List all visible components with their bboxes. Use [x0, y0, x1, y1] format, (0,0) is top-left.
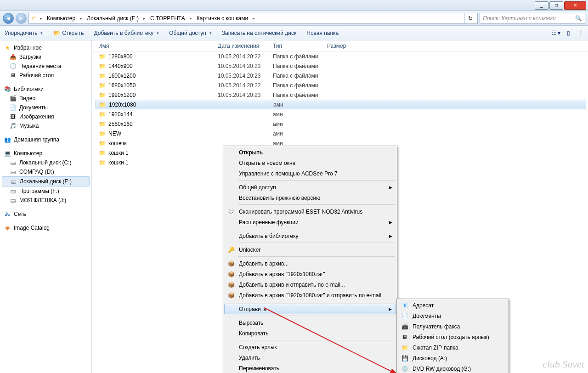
sidebar-computer[interactable]: 💻Компьютер — [0, 149, 91, 158]
context-menu-item[interactable]: Управление с помощью ACDSee Pro 7 — [224, 168, 396, 179]
document-icon: 📄 — [9, 104, 17, 111]
sidebar-network[interactable]: 🖧Сеть — [0, 209, 91, 219]
submenu-arrow-icon: ▶ — [389, 234, 392, 238]
column-size[interactable]: Размер — [327, 43, 364, 49]
library-icon: 📚 — [4, 85, 11, 93]
context-menu-item[interactable]: Общий доступ▶ — [224, 182, 396, 192]
sidebar-item-drive-j[interactable]: 🖴МОЯ ФЛЕШКА (J:) — [0, 196, 91, 205]
sidebar-item-music[interactable]: 🎵Музыка — [0, 121, 91, 130]
file-row[interactable]: 📁1600x120010.05.2014 20:23Папка с файлам… — [92, 71, 588, 80]
context-menu-item[interactable]: Восстановить прежнюю версию — [224, 192, 396, 203]
send-to-item[interactable]: 📄Документы — [398, 311, 508, 321]
sidebar-item-drive-c[interactable]: 🖴Локальный диск (C:) — [0, 158, 91, 167]
breadcrumb-segment[interactable]: С ТОРРЕНТА — [147, 13, 188, 23]
context-menu-item[interactable]: Создать ярлык — [224, 342, 396, 352]
file-row[interactable]: 📁1440x90010.05.2014 20:23Папка с файлами — [92, 61, 588, 71]
menu-item-icon: 💾 — [401, 354, 409, 362]
file-row[interactable]: 📁1920x1080ами — [96, 100, 586, 109]
help-button[interactable]: ❔ — [577, 30, 583, 36]
breadcrumb[interactable]: 🗀 ▸ Компьютер▸ Локальный диск (E:)▸ С ТО… — [28, 13, 478, 24]
forward-button[interactable]: ► — [16, 13, 27, 24]
view-button[interactable]: ☷ ▾ — [551, 30, 560, 36]
sidebar-item-drive-e[interactable]: 🖴Локальный диск (E:) — [2, 176, 90, 186]
new-folder-button[interactable]: Новая папка — [306, 30, 339, 36]
send-to-item[interactable]: 🖥Рабочий стол (создать ярлык) — [398, 332, 508, 342]
send-to-item[interactable]: 📠Получатель факса — [398, 321, 508, 332]
burn-button[interactable]: Записать на оптический диск — [222, 30, 297, 36]
sidebar-item-recent[interactable]: 🕑Недавние места — [0, 62, 91, 71]
menu-item-icon: 📦 — [227, 260, 235, 268]
preview-pane-button[interactable]: ▯ — [567, 30, 570, 36]
context-menu-item[interactable]: 📦Добавить в архив и отправить по e-mail.… — [224, 279, 396, 290]
breadcrumb-segment[interactable]: Компьютер — [44, 13, 78, 23]
close-button[interactable]: ✕ — [564, 1, 586, 10]
file-row[interactable]: 📁2560x160ами — [92, 119, 588, 129]
context-menu-item[interactable]: 🛡Сканировать программой ESET NOD32 Antiv… — [224, 206, 396, 217]
open-button[interactable]: 📂Открыть — [53, 29, 84, 37]
sidebar-homegroup[interactable]: 👥Домашняя группа — [0, 135, 91, 144]
breadcrumb-segment[interactable]: Картинки с кошками — [194, 13, 251, 23]
send-to-item[interactable]: 📧Адресат — [398, 300, 508, 311]
sidebar-libraries[interactable]: 📚Библиотеки — [0, 85, 91, 94]
sidebar-item-downloads[interactable]: 📥Загрузки — [0, 52, 91, 62]
search-icon: 🔍 — [575, 15, 582, 22]
back-button[interactable]: ◄ — [3, 13, 14, 24]
send-to-submenu: 📧Адресат📄Документы📠Получатель факса🖥Рабо… — [396, 299, 509, 373]
star-icon: ★ — [4, 44, 11, 51]
file-row[interactable]: 📁1920x120010.05.2014 20:23Папка с файлам… — [92, 90, 588, 100]
sidebar-item-drive-d[interactable]: 🖴COMPAQ (D:) — [0, 167, 91, 176]
context-menu-item[interactable]: 📦Добавить в архив... — [224, 258, 396, 269]
context-menu-item[interactable]: Переименовать — [224, 363, 396, 373]
send-to-item[interactable]: 📁Сжатая ZIP-папка — [398, 342, 508, 353]
send-to-item[interactable]: 💿DVD RW дисковод (G:) — [398, 363, 508, 373]
context-menu-item[interactable]: 📦Добавить в архив "1920x1080.rar" — [224, 269, 396, 279]
folder-icon: 📁 — [98, 149, 106, 157]
column-type[interactable]: Тип — [273, 43, 327, 49]
navigation-bar: ◄ ► 🗀 ▸ Компьютер▸ Локальный диск (E:)▸ … — [0, 11, 588, 26]
context-menu-item[interactable]: Добавить в библиотеку▶ — [224, 231, 396, 241]
desktop-icon: 🖥 — [9, 72, 17, 79]
menu-item-icon: 💿 — [401, 365, 409, 373]
breadcrumb-segment[interactable]: Локальный диск (E:) — [84, 13, 141, 23]
context-menu-item[interactable]: 🔑Unlocker — [224, 244, 396, 255]
send-to-item[interactable]: 💾Дисковод (A:) — [398, 353, 508, 363]
column-date[interactable]: Дата изменения — [218, 43, 273, 49]
file-row[interactable]: 📁1680x105010.05.2014 20:22Папка с файлам… — [92, 80, 588, 90]
context-menu-item[interactable]: Копировать — [224, 328, 396, 339]
sidebar-catalog[interactable]: ◉Image Catalog — [0, 223, 91, 232]
context-menu-item[interactable]: Открыть — [224, 147, 396, 158]
sidebar-favorites[interactable]: ★Избранное — [0, 43, 91, 52]
column-headers[interactable]: Имя Дата изменения Тип Размер — [92, 40, 588, 51]
organize-button[interactable]: Упорядочить — [5, 30, 43, 36]
sidebar-item-video[interactable]: 🎬Видео — [0, 94, 91, 103]
sidebar-item-documents[interactable]: 📄Документы — [0, 103, 91, 112]
context-menu-item[interactable]: Отправить▶ — [224, 304, 396, 314]
sidebar-item-desktop[interactable]: 🖥Рабочий стол — [0, 71, 91, 80]
context-menu-item[interactable]: Открыть в новом окне — [224, 158, 396, 168]
column-name[interactable]: Имя — [98, 43, 218, 49]
menu-item-icon: 📦 — [227, 270, 235, 278]
context-menu-item[interactable]: 📦Добавить в архив "1920x1080.rar" и отпр… — [224, 290, 396, 300]
folder-icon: 📁 — [98, 72, 106, 79]
context-menu-item[interactable]: Расширенные функции▶ — [224, 217, 396, 227]
image-icon: 🖼 — [9, 113, 17, 120]
context-menu-item[interactable]: Удалить — [224, 352, 396, 363]
file-row[interactable]: 📁1920x144ами — [92, 109, 588, 119]
share-button[interactable]: Общий доступ — [169, 30, 212, 36]
titlebar: _ □ ✕ — [0, 0, 588, 11]
file-row[interactable]: 📁NEWами — [92, 129, 588, 138]
sidebar-item-images[interactable]: 🖼Изображения — [0, 112, 91, 121]
maximize-button[interactable]: □ — [549, 1, 563, 10]
refresh-button[interactable]: ↻ — [464, 13, 475, 23]
sidebar-item-drive-f[interactable]: 🖴Программы (F:) — [0, 186, 91, 196]
folder-icon: 📁 — [98, 91, 106, 99]
menu-item-icon: 📄 — [401, 312, 409, 320]
add-library-button[interactable]: Добавить в библиотеку — [94, 30, 159, 36]
context-menu-item[interactable]: Вырезать — [224, 317, 396, 328]
search-input[interactable]: Поиск: Картинки с кошками 🔍 — [480, 13, 585, 24]
folder-icon: 📁 — [98, 120, 106, 128]
folder-icon: 📁 — [99, 101, 106, 108]
search-placeholder: Поиск: Картинки с кошками — [483, 15, 556, 22]
file-row[interactable]: 📁1280x80010.05.2014 20:22Папка с файлами — [92, 51, 588, 61]
minimize-button[interactable]: _ — [535, 1, 548, 10]
